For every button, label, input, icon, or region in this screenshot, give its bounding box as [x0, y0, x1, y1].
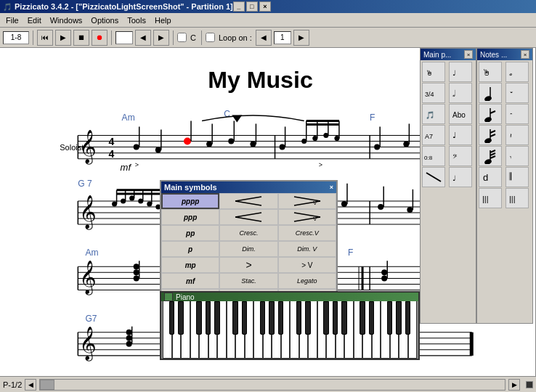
black-key[interactable] — [242, 301, 248, 335]
sym-dim-text[interactable]: Dim. — [219, 241, 277, 257]
symbol-cell[interactable]: ♩ — [449, 167, 472, 187]
sym-pp[interactable]: pp — [161, 225, 219, 241]
black-key[interactable] — [169, 301, 175, 335]
scroll-right-button[interactable]: ▶ — [508, 379, 520, 391]
symbol-cell[interactable]: 0:8 — [422, 146, 445, 166]
sym-legato[interactable]: Legato — [278, 273, 336, 289]
menu-windows[interactable]: Windows — [46, 15, 87, 26]
minimize-button[interactable]: _ — [233, 1, 245, 12]
sym-p[interactable]: p — [161, 241, 219, 257]
note-cell[interactable]: 𝄻 — [505, 83, 529, 103]
menu-options[interactable]: Options — [86, 15, 123, 26]
scroll-left-button[interactable]: ◀ — [25, 379, 36, 391]
black-key[interactable] — [196, 301, 202, 335]
black-key[interactable] — [305, 301, 311, 335]
symbol-cell[interactable]: 𝅗𝅥 — [449, 83, 472, 103]
note-cell[interactable] — [479, 125, 502, 145]
note-cell[interactable] — [479, 83, 502, 103]
menu-tools[interactable]: Tools — [123, 15, 150, 26]
symbol-cell[interactable]: ♩ — [449, 62, 472, 82]
tempo-up[interactable]: ▶ — [153, 30, 169, 46]
menu-help[interactable]: Help — [150, 15, 176, 26]
menu-file[interactable]: File — [1, 15, 23, 26]
note-cell[interactable]: ||| — [479, 188, 502, 208]
piano-keys[interactable] — [161, 301, 418, 359]
svg-line-164 — [235, 197, 261, 201]
notes-close[interactable]: × — [521, 50, 529, 59]
stop-button[interactable]: ⏹ — [73, 30, 89, 46]
symbol-cell[interactable]: ♩ — [449, 125, 472, 145]
scrollbar-thumb[interactable] — [40, 380, 54, 390]
sym-accent-gt[interactable]: > — [219, 257, 277, 273]
loop-dec[interactable]: ◀ — [256, 30, 272, 46]
measure-range-input[interactable] — [3, 31, 29, 44]
symbol-cell[interactable]: 𝄢 — [449, 146, 472, 166]
symbol-cell[interactable] — [422, 167, 445, 187]
note-cell[interactable] — [479, 146, 502, 166]
main-symbols-close[interactable]: × — [330, 184, 333, 191]
sym-pppp[interactable]: pppp — [161, 193, 219, 209]
symbol-cell[interactable]: Abo — [449, 104, 472, 124]
symbol-cell[interactable]: 3/4 — [422, 83, 445, 103]
sym-cresc-v-text[interactable]: Cresc.V — [278, 225, 336, 241]
c-checkbox[interactable] — [177, 33, 187, 42]
sym-ppp[interactable]: ppp — [161, 209, 219, 225]
horizontal-scrollbar[interactable] — [39, 379, 505, 391]
note1 — [134, 144, 139, 150]
note-cell[interactable]: 🖱 — [479, 62, 502, 82]
note-cell[interactable]: 𝄽 — [505, 125, 529, 145]
note-cell[interactable]: 𝄂 — [505, 167, 529, 187]
black-key[interactable] — [396, 301, 402, 335]
menu-edit[interactable]: Edit — [23, 15, 46, 26]
black-key[interactable] — [296, 301, 302, 335]
note-cell[interactable]: 𝄼 — [505, 104, 529, 124]
loop-inc[interactable]: ▶ — [293, 30, 309, 46]
black-key[interactable] — [178, 301, 184, 335]
sym-cresc-v-2[interactable]: V — [278, 209, 336, 225]
black-key[interactable] — [260, 301, 266, 335]
svg-point-76 — [341, 201, 347, 207]
note-cell[interactable]: 𝄾 — [505, 146, 529, 166]
symbol-cell[interactable]: 🖱 — [422, 62, 445, 82]
black-key[interactable] — [387, 301, 393, 335]
note-cell[interactable]: ||| — [505, 188, 529, 208]
loop-checkbox[interactable] — [206, 33, 215, 42]
symbol-cell[interactable]: A7 — [422, 125, 445, 145]
close-button[interactable]: × — [259, 1, 271, 12]
sym-hairpin-open2[interactable] — [219, 209, 277, 225]
main-p-close[interactable]: × — [464, 50, 473, 59]
black-key[interactable] — [405, 301, 411, 335]
sym-mf[interactable]: mf — [161, 273, 219, 289]
sym-dim-v-text[interactable]: Dim. V — [278, 241, 336, 257]
black-key[interactable] — [232, 301, 238, 335]
black-key[interactable] — [214, 301, 220, 335]
black-key[interactable] — [278, 301, 284, 335]
sym-cresc-text[interactable]: Cresc. — [219, 225, 277, 241]
rewind-button[interactable]: ⏮ — [37, 30, 53, 46]
svg-point-33 — [403, 142, 409, 147]
black-key[interactable] — [323, 301, 329, 335]
black-key[interactable] — [341, 301, 347, 335]
black-key[interactable] — [333, 301, 338, 335]
loop-value[interactable] — [274, 31, 291, 44]
piano-label: Piano — [176, 293, 195, 301]
sym-staccato[interactable]: Stac. — [219, 273, 277, 289]
tempo-input[interactable] — [115, 31, 133, 44]
tempo-down[interactable]: ◀ — [135, 30, 151, 46]
sym-cresc-v-1[interactable]: V — [278, 193, 336, 209]
sym-accent-gt-v[interactable]: > V — [278, 257, 336, 273]
record-button[interactable]: ⏺ — [92, 30, 107, 46]
sym-mp[interactable]: mp — [161, 257, 219, 273]
note-cell[interactable]: 𝅗 — [505, 62, 529, 82]
black-key[interactable] — [206, 301, 211, 335]
sym-hairpin-open[interactable] — [219, 193, 277, 209]
note-cell[interactable]: d — [479, 167, 502, 187]
symbol-cell[interactable]: 🎵 — [422, 104, 445, 124]
note-cell[interactable] — [479, 104, 502, 124]
black-key[interactable] — [369, 301, 375, 335]
page-status: P-1/2 — [3, 380, 22, 389]
black-key[interactable] — [269, 301, 275, 335]
black-key[interactable] — [360, 301, 365, 335]
maximize-button[interactable]: □ — [246, 1, 258, 12]
play-button[interactable]: ▶ — [55, 30, 71, 46]
